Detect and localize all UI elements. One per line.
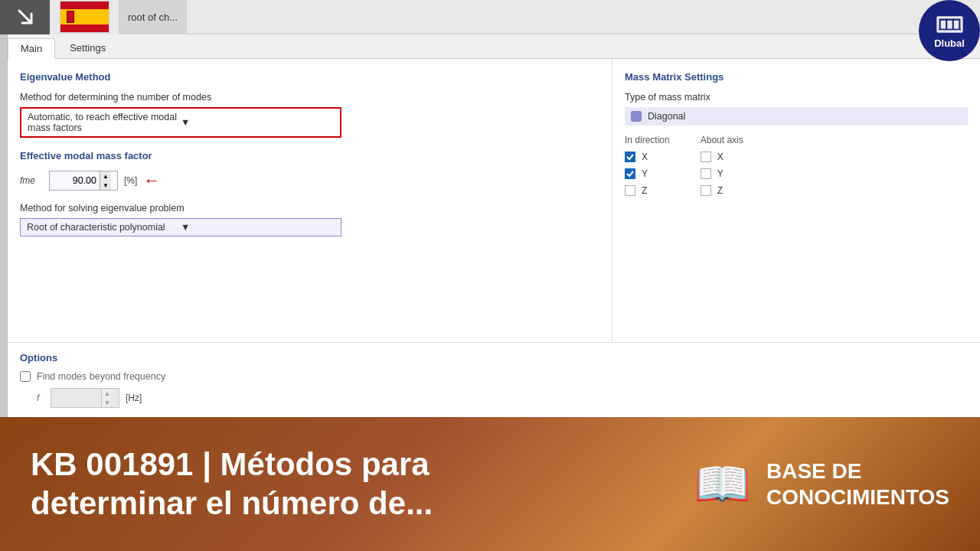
in-direction-y-label: Y bbox=[642, 168, 648, 179]
freq-row: f ▲ ▼ [Hz] bbox=[37, 388, 968, 408]
breadcrumb: root of ch... bbox=[119, 0, 187, 34]
find-modes-checkbox[interactable] bbox=[20, 371, 31, 382]
dialog-panel: Main Settings Eigenvalue Method Method f… bbox=[8, 34, 980, 417]
in-direction-y-checkbox[interactable] bbox=[625, 168, 635, 179]
method-modes-value: Automatic, to reach effective modal mass… bbox=[28, 112, 181, 133]
eigenvalue-dropdown-arrow-icon: ▼ bbox=[181, 222, 335, 233]
banner-subtitle-line2: CONOCIMIENTOS bbox=[766, 484, 949, 510]
eigenvalue-section-title: Eigenvalue Method bbox=[20, 71, 599, 83]
about-axis-x-checkbox[interactable] bbox=[701, 152, 711, 162]
emm-input[interactable] bbox=[50, 173, 100, 188]
in-direction-x-row: X bbox=[625, 152, 670, 162]
about-axis-y-checkbox[interactable] bbox=[701, 168, 711, 179]
tab-settings[interactable]: Settings bbox=[57, 37, 119, 58]
tab-main[interactable]: Main bbox=[8, 38, 55, 59]
flag-red-bottom bbox=[60, 24, 109, 32]
bottom-banner: KB 001891 | Métodos para determinar el n… bbox=[0, 417, 980, 551]
banner-text: KB 001891 | Métodos para determinar el n… bbox=[31, 445, 663, 523]
about-axis-y-row: Y bbox=[701, 168, 743, 179]
spain-flag bbox=[60, 1, 109, 33]
about-axis-z-label: Z bbox=[717, 185, 723, 196]
about-axis-y-label: Y bbox=[717, 168, 724, 179]
in-direction-x-label: X bbox=[642, 152, 648, 162]
direction-section: In direction X Y bbox=[625, 135, 968, 202]
dropdown-arrow-icon: ▼ bbox=[181, 117, 334, 128]
about-axis-col: About axis X Y Z bbox=[701, 135, 743, 202]
arrow-icon-box bbox=[0, 0, 50, 34]
freq-unit-label: [Hz] bbox=[126, 393, 142, 403]
top-bar: root of ch... Dlubal bbox=[0, 0, 980, 34]
emm-spinner: ▲ ▼ bbox=[100, 171, 111, 190]
arrow-down-right-icon bbox=[15, 6, 36, 28]
about-axis-x-row: X bbox=[701, 152, 743, 162]
find-modes-label: Find modes beyond frequency bbox=[37, 371, 165, 382]
in-direction-label: In direction bbox=[625, 135, 670, 145]
tabs-bar: Main Settings bbox=[8, 34, 980, 59]
method-modes-dropdown[interactable]: Automatic, to reach effective modal mass… bbox=[20, 107, 341, 138]
dlubal-logo-text: Dlubal bbox=[934, 37, 965, 49]
breadcrumb-text: root of ch... bbox=[128, 11, 178, 23]
banner-title-line1: KB 001891 | Métodos para bbox=[31, 445, 663, 484]
in-direction-z-label: Z bbox=[642, 185, 647, 196]
dlubal-logo: Dlubal bbox=[919, 0, 980, 61]
about-axis-x-label: X bbox=[717, 152, 724, 162]
left-sidebar bbox=[0, 34, 8, 417]
in-direction-z-row: Z bbox=[625, 185, 670, 196]
freq-spinner-down: ▼ bbox=[102, 398, 113, 407]
freq-spinner-up: ▲ bbox=[102, 389, 113, 398]
in-direction-y-row: Y bbox=[625, 168, 670, 179]
emm-var-label: fme bbox=[20, 175, 43, 186]
banner-right: 📖 BASE DE CONOCIMIENTOS bbox=[694, 457, 949, 511]
flag-red-top bbox=[60, 2, 109, 9]
about-axis-z-row: Z bbox=[701, 185, 743, 196]
options-title: Options bbox=[20, 352, 968, 364]
main-content: Main Settings Eigenvalue Method Method f… bbox=[0, 34, 980, 417]
checkmark-icon bbox=[626, 153, 634, 161]
find-modes-row: Find modes beyond frequency bbox=[20, 371, 968, 382]
eigenvalue-solve-label: Method for solving eigenvalue problem bbox=[20, 203, 599, 214]
mass-type-value: Diagonal bbox=[648, 111, 685, 122]
flag-box bbox=[50, 0, 119, 34]
banner-subtitle: BASE DE CONOCIMIENTOS bbox=[766, 458, 949, 510]
emm-spinner-down[interactable]: ▼ bbox=[100, 181, 111, 190]
right-panel: Mass Matrix Settings Type of mass matrix… bbox=[612, 59, 980, 342]
checkmark-y-icon bbox=[626, 170, 634, 178]
flag-yellow-mid bbox=[60, 9, 109, 24]
emm-input-box[interactable]: ▲ ▼ bbox=[49, 171, 118, 191]
about-axis-z-checkbox[interactable] bbox=[701, 185, 711, 196]
in-direction-col: In direction X Y bbox=[625, 135, 670, 202]
left-panel: Eigenvalue Method Method for determining… bbox=[8, 59, 612, 342]
eigenvalue-solve-dropdown[interactable]: Root of characteristic polynomial ▼ bbox=[20, 218, 341, 236]
banner-subtitle-line1: BASE DE bbox=[766, 458, 949, 484]
freq-input bbox=[51, 390, 101, 406]
type-label: Type of mass matrix bbox=[625, 92, 968, 103]
panel-content: Eigenvalue Method Method for determining… bbox=[8, 59, 980, 342]
options-section: Options Find modes beyond frequency f ▲ … bbox=[8, 342, 980, 417]
emm-row: fme ▲ ▼ [%] ← bbox=[20, 171, 599, 191]
dlubal-logo-icon bbox=[933, 13, 967, 36]
freq-input-box: ▲ ▼ bbox=[51, 388, 119, 408]
emm-section-title: Effective modal mass factor bbox=[20, 150, 599, 161]
flag-coat-of-arms bbox=[67, 11, 74, 23]
emm-unit-label: [%] bbox=[124, 175, 137, 186]
about-axis-label: About axis bbox=[701, 135, 743, 145]
eigenvalue-solve-value: Root of characteristic polynomial bbox=[27, 222, 181, 233]
in-direction-z-checkbox[interactable] bbox=[625, 185, 635, 196]
mass-type-row: Diagonal bbox=[625, 107, 968, 126]
method-modes-label: Method for determining the number of mod… bbox=[20, 92, 599, 103]
red-arrow-icon: ← bbox=[143, 171, 160, 191]
book-icon: 📖 bbox=[694, 457, 751, 511]
in-direction-x-checkbox[interactable] bbox=[625, 152, 635, 162]
freq-spinner: ▲ ▼ bbox=[101, 389, 113, 407]
freq-var-label: f bbox=[37, 393, 44, 403]
emm-spinner-up[interactable]: ▲ bbox=[100, 171, 111, 181]
banner-title-line2: determinar el número de... bbox=[31, 484, 663, 523]
mass-matrix-title: Mass Matrix Settings bbox=[625, 71, 968, 83]
mass-type-indicator bbox=[631, 111, 642, 122]
